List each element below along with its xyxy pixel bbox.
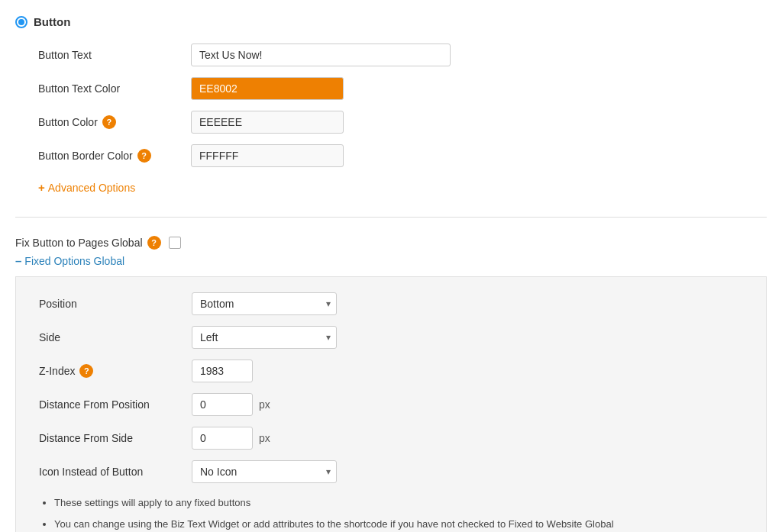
zindex-input[interactable]	[192, 360, 253, 382]
distance-position-row: Distance From Position px	[39, 393, 743, 416]
side-select[interactable]: Left Right	[192, 326, 337, 349]
button-border-color-row: Button Border Color ?	[38, 144, 767, 167]
distance-side-label: Distance From Side	[39, 432, 192, 444]
fix-button-section: Fix Button to Pages Global ? – Fixed Opt…	[15, 225, 767, 272]
advanced-options-link[interactable]: + Advanced Options	[38, 181, 135, 194]
side-label: Side	[39, 331, 192, 343]
fix-button-row: Fix Button to Pages Global ?	[15, 236, 767, 250]
icon-instead-label: Icon Instead of Button	[39, 466, 192, 478]
distance-position-px: px	[259, 398, 270, 411]
button-border-color-help-icon[interactable]: ?	[137, 149, 151, 163]
fixed-options-panel: Position Bottom Top Side Left Right	[15, 276, 767, 532]
button-text-color-label: Button Text Color	[38, 82, 191, 95]
zindex-help-icon[interactable]: ?	[79, 364, 93, 378]
zindex-row: Z-Index ?	[39, 360, 743, 382]
fix-button-checkbox[interactable]	[169, 237, 181, 249]
fixed-options-link-row: – Fixed Options Global	[15, 254, 767, 267]
zindex-label: Z-Index ?	[39, 364, 192, 378]
button-form-section: Button Text Button Text Color Button Col…	[15, 36, 767, 209]
distance-side-px: px	[259, 432, 270, 444]
position-select-wrapper: Bottom Top	[192, 292, 337, 315]
page-container: Button Button Text Button Text Color But…	[0, 0, 782, 532]
position-row: Position Bottom Top	[39, 292, 743, 315]
button-text-color-row: Button Text Color	[38, 77, 767, 100]
plus-icon: +	[38, 181, 45, 194]
icon-instead-select-wrapper: No Icon Phone Icon Chat Icon	[192, 460, 337, 483]
button-color-help-icon[interactable]: ?	[102, 115, 116, 129]
note-item-2: You can change using the Biz Text Widget…	[54, 517, 743, 532]
distance-position-input[interactable]	[192, 393, 253, 416]
notes-list: These settings will apply to any fixed b…	[39, 495, 743, 532]
button-text-color-input[interactable]	[191, 77, 344, 100]
button-color-row: Button Color ?	[38, 111, 767, 134]
fix-button-help-icon[interactable]: ?	[147, 236, 161, 250]
button-text-row: Button Text	[38, 44, 767, 66]
distance-side-input[interactable]	[192, 427, 253, 450]
fixed-options-link[interactable]: – Fixed Options Global	[15, 254, 124, 267]
radio-inner	[18, 19, 24, 25]
section-divider	[15, 217, 767, 218]
side-select-wrapper: Left Right	[192, 326, 337, 349]
section-title: Button	[34, 15, 70, 28]
fix-button-label: Fix Button to Pages Global ?	[15, 236, 161, 250]
button-color-label: Button Color ?	[38, 115, 191, 129]
note-item-1: These settings will apply to any fixed b…	[54, 495, 743, 511]
button-text-input[interactable]	[191, 44, 451, 66]
distance-side-row: Distance From Side px	[39, 427, 743, 450]
icon-instead-select[interactable]: No Icon Phone Icon Chat Icon	[192, 460, 337, 483]
position-select[interactable]: Bottom Top	[192, 292, 337, 315]
icon-instead-row: Icon Instead of Button No Icon Phone Ico…	[39, 460, 743, 483]
button-color-input[interactable]	[191, 111, 344, 134]
button-text-label: Button Text	[38, 49, 191, 61]
position-label: Position	[39, 298, 192, 310]
section-header: Button	[15, 8, 767, 36]
advanced-options-row: + Advanced Options	[38, 178, 767, 194]
distance-position-label: Distance From Position	[39, 398, 192, 411]
side-row: Side Left Right	[39, 326, 743, 349]
button-border-color-label: Button Border Color ?	[38, 149, 191, 163]
radio-button[interactable]	[15, 16, 27, 28]
minus-icon: –	[15, 254, 21, 267]
button-border-color-input[interactable]	[191, 144, 344, 167]
